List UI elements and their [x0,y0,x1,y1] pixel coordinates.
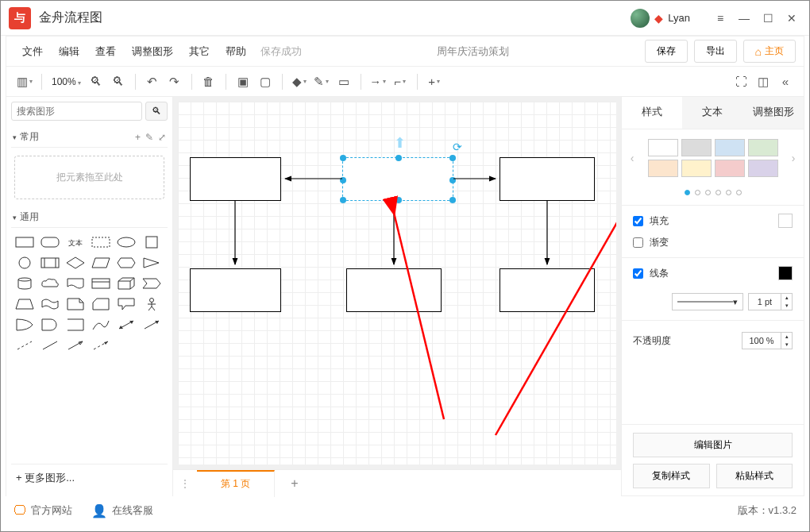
fill-color[interactable] [778,214,793,228]
layout-tool[interactable]: ▥ [14,71,35,92]
search-input[interactable] [11,102,142,121]
shape-dashedline[interactable] [13,336,37,355]
swatch[interactable] [748,139,778,156]
drag-target[interactable]: 把元素拖至此处 [14,156,164,199]
canvas-node-selected[interactable]: ⟳ ⬆ [342,157,453,201]
home-button[interactable]: 主页 [743,40,796,63]
more-shapes-button[interactable]: + 更多图形... [11,464,168,492]
save-button[interactable]: 保存 [645,40,688,63]
shape-dasharrow[interactable] [89,336,113,355]
canvas-node[interactable] [190,157,281,201]
spin-up-icon[interactable]: ▴ [781,294,792,302]
waypoints-icon[interactable]: ⌐ [390,71,411,92]
avatar[interactable] [631,9,650,28]
opacity-input[interactable]: 100 %▴▾ [742,332,793,349]
spin-up-icon[interactable]: ▴ [781,333,792,341]
canvas-node[interactable] [499,268,595,312]
shape-actor[interactable] [140,295,164,314]
dot[interactable] [736,190,742,195]
shape-and[interactable] [38,315,62,334]
line-checkbox[interactable] [633,268,643,279]
dot[interactable] [685,190,690,195]
spin-down-icon[interactable]: ▾ [781,302,792,310]
canvas-node[interactable] [499,157,595,201]
swatch[interactable] [748,160,778,177]
menu-edit[interactable]: 编辑 [51,44,87,59]
shape-parallelogram[interactable] [89,253,113,272]
menu-file[interactable]: 文件 [14,44,51,59]
spin-down-icon[interactable]: ▾ [781,341,792,349]
shadow-icon[interactable]: ▭ [334,71,354,92]
line-width-input[interactable]: 1 pt▴▾ [748,293,793,310]
add-page-button[interactable]: + [275,476,314,491]
shape-or[interactable] [13,315,37,334]
close-icon[interactable]: ✕ [782,9,801,28]
dot[interactable] [705,190,711,195]
minimize-icon[interactable]: — [735,9,754,28]
canvas-node[interactable] [346,268,442,312]
shape-card[interactable] [89,295,113,314]
shape-link[interactable] [64,336,87,355]
prev-swatches-icon[interactable]: ‹ [625,152,639,164]
line-color-icon[interactable]: ✎ [311,71,332,92]
menu-icon[interactable]: ≡ [711,9,730,28]
tab-style[interactable]: 样式 [622,97,682,129]
shape-arrow[interactable] [140,315,164,334]
shape-tape[interactable] [38,295,62,314]
swatch[interactable] [648,139,678,156]
next-swatches-icon[interactable]: › [786,152,800,164]
zoom-level[interactable]: 100% [48,76,84,87]
bring-front-icon[interactable]: ▣ [233,71,253,92]
shape-internal[interactable] [89,274,113,293]
zoom-in-icon[interactable]: 🔍︎ [86,71,106,92]
tab-page1[interactable]: 第 1 页 [197,470,275,497]
tab-adjust[interactable]: 调整图形 [743,97,804,129]
zoom-out-icon[interactable]: 🔍︎ [108,71,129,92]
add-icon[interactable]: + [135,132,141,143]
shape-datastore[interactable] [64,315,87,334]
undo-icon[interactable]: ↶ [142,71,163,92]
fill-color-icon[interactable]: ◆ [289,71,310,92]
shape-step[interactable] [140,274,164,293]
dot[interactable] [716,190,721,195]
format-panel-icon[interactable]: ◫ [753,71,773,92]
collapse-icon[interactable]: « [775,71,796,92]
paste-style-button[interactable]: 粘贴样式 [716,464,793,488]
shape-cylinder[interactable] [13,274,37,293]
shape-ellipse[interactable] [114,233,138,252]
rotate-icon[interactable]: ⟳ [453,141,462,153]
swatch[interactable] [648,160,678,177]
fullscreen-icon[interactable]: ⛶ [731,71,751,92]
section-common[interactable]: ▾常用 +✎⤢ [11,127,168,148]
redo-icon[interactable]: ↷ [164,71,185,92]
export-button[interactable]: 导出 [694,40,737,63]
document-title[interactable]: 周年庆活动策划 [302,44,645,59]
insert-icon[interactable]: + [424,71,445,92]
shape-circle[interactable] [13,253,37,272]
shape-trapezoid[interactable] [13,295,37,314]
shape-line[interactable] [38,336,62,355]
edit-icon[interactable]: ✎ [145,132,153,143]
line-color[interactable] [778,266,793,280]
connection-icon[interactable]: → [368,71,388,92]
edit-image-button[interactable]: 编辑图片 [633,433,793,457]
search-button[interactable]: 🔍︎ [145,102,168,121]
tab-text[interactable]: 文本 [682,97,742,129]
copy-style-button[interactable]: 复制样式 [633,464,710,488]
expand-icon[interactable]: ⤢ [158,132,166,143]
clone-up-icon[interactable]: ⬆ [394,134,406,152]
swatch[interactable] [681,139,712,156]
swatch[interactable] [715,160,745,177]
shape-rounded[interactable] [38,233,62,252]
dot[interactable] [695,190,700,195]
section-general[interactable]: ▾通用 [11,207,168,228]
shape-cube[interactable] [114,274,138,293]
shape-rect[interactable] [13,233,37,252]
shape-hexagon[interactable] [114,253,138,272]
canvas[interactable]: ⟳ ⬆ [178,102,616,465]
send-back-icon[interactable]: ▢ [255,71,276,92]
line-style-select[interactable]: ▾ [672,293,743,310]
delete-icon[interactable]: 🗑 [199,71,219,92]
menu-view[interactable]: 查看 [87,44,124,59]
swatch[interactable] [681,160,712,177]
